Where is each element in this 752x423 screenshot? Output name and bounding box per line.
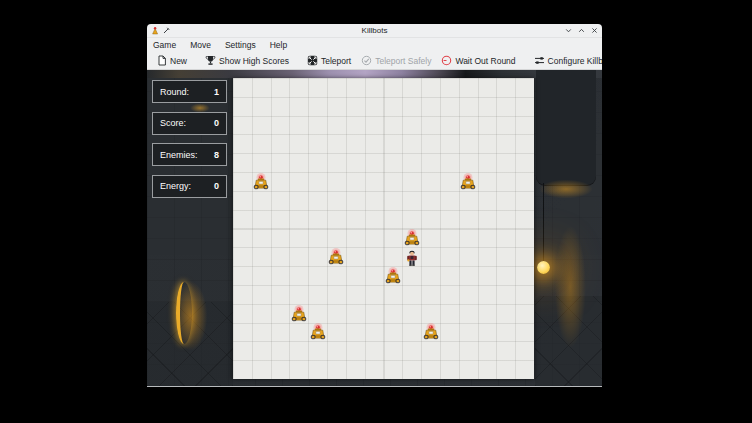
configure-icon (534, 55, 545, 66)
enemies-label: Enemies: (160, 150, 198, 160)
teleport-safely-button: Teleport Safely (356, 53, 436, 68)
enemies-box: Enemies: 8 (152, 143, 227, 166)
energy-label: Energy: (160, 181, 191, 191)
round-box: Round: 1 (152, 80, 227, 103)
show-high-scores-button[interactable]: Show High Scores (200, 53, 294, 68)
robot-sprite (421, 323, 441, 347)
lamp (537, 261, 550, 274)
new-button[interactable]: New (152, 53, 192, 68)
chevron-down-icon[interactable] (565, 27, 572, 34)
robot-sprite (289, 305, 309, 329)
spotlight-band (147, 70, 602, 78)
round-label: Round: (160, 87, 189, 97)
game-view: Round: 1 Score: 0 Enemies: 8 Energy: 0 (147, 70, 602, 386)
teleport-button[interactable]: Teleport (302, 53, 356, 68)
window-title: Killbots (147, 26, 602, 35)
score-value: 0 (214, 118, 219, 128)
menu-settings[interactable]: Settings (225, 40, 256, 50)
configure-killbots-button[interactable]: Configure Killbots... (529, 53, 602, 68)
score-label: Score: (160, 118, 186, 128)
robot-sprite (308, 323, 328, 347)
menu-help[interactable]: Help (270, 40, 287, 50)
hero-sprite (405, 249, 419, 271)
left-lamp-arc (176, 282, 192, 344)
robot-sprite (326, 248, 346, 272)
game-board[interactable] (233, 78, 534, 379)
teleport-icon (307, 55, 318, 66)
status-panel: Round: 1 Score: 0 Enemies: 8 Energy: 0 (152, 80, 227, 198)
robot-sprite (383, 267, 403, 291)
robot-sprite (458, 173, 478, 197)
menubar: Game Move Settings Help (147, 38, 602, 52)
trophy-icon (205, 55, 216, 66)
energy-value: 0 (214, 181, 219, 191)
round-value: 1 (214, 87, 219, 97)
wait-out-round-button[interactable]: Wait Out Round (436, 53, 520, 68)
hanging-panel (536, 70, 596, 185)
titlebar[interactable]: Killbots (147, 24, 602, 38)
robot-sprite (402, 229, 422, 253)
orange-light-streak (545, 188, 591, 368)
menu-move[interactable]: Move (190, 40, 211, 50)
score-box: Score: 0 (152, 112, 227, 135)
menu-game[interactable]: Game (153, 40, 176, 50)
lamp-wire (543, 183, 544, 263)
enemies-value: 8 (214, 150, 219, 160)
killbots-window: Killbots Game Move Settings Help (147, 24, 602, 387)
desktop-background: Killbots Game Move Settings Help (0, 0, 752, 423)
new-document-icon (157, 55, 167, 66)
teleport-safely-icon (361, 55, 372, 66)
close-icon[interactable] (591, 27, 598, 34)
chevron-up-icon[interactable] (578, 27, 585, 34)
wait-out-round-icon (441, 55, 452, 66)
toolbar: New Show High Scores (147, 52, 602, 70)
energy-box: Energy: 0 (152, 175, 227, 198)
robot-sprite (251, 173, 271, 197)
